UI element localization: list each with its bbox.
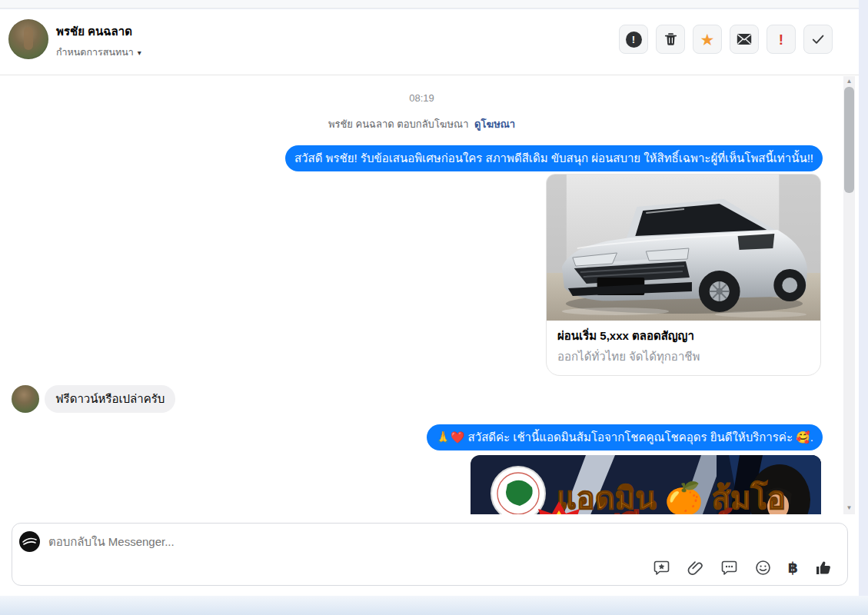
- saved-reply-button[interactable]: [653, 559, 670, 577]
- like-button[interactable]: [814, 558, 833, 577]
- reply-input[interactable]: [48, 535, 663, 548]
- scrollbar-thumb[interactable]: [844, 87, 854, 193]
- check-icon: [811, 32, 825, 46]
- comment-button[interactable]: [720, 559, 738, 577]
- smiley-icon: [754, 559, 772, 577]
- banner-subtitle-text: ฟรีดาวน์: [595, 508, 732, 514]
- attach-file-button[interactable]: [687, 559, 704, 577]
- thumbs-up-icon: [814, 558, 833, 577]
- conversation-toolbar: ! ★: [619, 25, 833, 54]
- incoming-message: ฟรีดาวน์หรือเปล่าครับ: [45, 385, 175, 413]
- report-button[interactable]: !: [619, 25, 648, 54]
- contact-avatar: [8, 19, 48, 59]
- emoji-button[interactable]: [754, 559, 772, 577]
- exclamation-icon: !: [779, 32, 783, 47]
- conversation-header: พรชัย คนฉลาด กำหนดการสนทนา ▾ ! ★: [0, 9, 859, 75]
- baht-icon: ฿: [788, 559, 798, 577]
- flag-important-button[interactable]: !: [767, 25, 796, 54]
- promo-image-attachment[interactable]: แอดมิน 🍊 ส้มโอ ฟรี ฟรีดาวน์: [471, 455, 821, 514]
- star-button[interactable]: ★: [693, 25, 722, 54]
- scroll-up-icon[interactable]: ▲: [843, 78, 855, 85]
- mark-done-button[interactable]: [803, 25, 833, 54]
- system-message: พรชัย คนฉลาด ตอบกลับโฆษณา ดูโฆษณา: [0, 116, 843, 132]
- view-ad-link[interactable]: ดูโฆษณา: [474, 118, 515, 130]
- car-photo: [547, 175, 820, 321]
- bottom-page-strip: [0, 596, 868, 615]
- bubble-dots-icon: [720, 559, 738, 577]
- reply-composer[interactable]: ฿: [12, 523, 848, 586]
- top-edge-strip: [0, 0, 859, 8]
- system-message-text: พรชัย คนฉลาด ตอบกลับโฆษณา: [328, 118, 469, 130]
- contact-avatar-small: [12, 385, 39, 413]
- outgoing-message: 🙏❤️ สวัสดีค่ะ เช้านี้แอดมินส้มโอจากโชคคู…: [427, 424, 823, 450]
- scrollbar-track[interactable]: ▲ ▼: [843, 76, 855, 514]
- schedule-dropdown[interactable]: กำหนดการสนทนา ▾: [56, 45, 141, 60]
- delete-button[interactable]: [656, 25, 685, 54]
- chevron-down-icon: ▾: [138, 48, 141, 57]
- promo-banner-image: แอดมิน 🍊 ส้มโอ ฟรี ฟรีดาวน์: [471, 455, 821, 514]
- paperclip-icon: [687, 559, 704, 577]
- card-caption: ผ่อนเริ่ม 5,xxx ตลอดสัญญา ออกได้ทั่วไทย …: [547, 321, 820, 375]
- timestamp: 08:19: [0, 92, 843, 104]
- conversation-window: พรชัย คนฉลาด กำหนดการสนทนา ▾ ! ★: [0, 0, 868, 615]
- star-icon: ★: [700, 32, 715, 48]
- page-logo-avatar: [19, 531, 40, 552]
- contact-name: พรชัย คนฉลาด: [56, 22, 132, 41]
- circle-exclamation-icon: !: [626, 32, 642, 48]
- chat-panel: พรชัย คนฉลาด กำหนดการสนทนา ▾ ! ★: [0, 9, 859, 596]
- message-list[interactable]: 08:19 พรชัย คนฉลาด ตอบกลับโฆษณา ดูโฆษณา …: [0, 76, 843, 514]
- mark-unread-button[interactable]: [730, 25, 759, 54]
- trash-icon: [663, 32, 678, 47]
- attachment-card[interactable]: ผ่อนเริ่ม 5,xxx ตลอดสัญญา ออกได้ทั่วไทย …: [546, 174, 821, 376]
- composer-actions: ฿: [653, 558, 833, 577]
- card-title: ผ่อนเริ่ม 5,xxx ตลอดสัญญา: [557, 327, 810, 345]
- schedule-label: กำหนดการสนทนา: [56, 45, 134, 60]
- payment-button[interactable]: ฿: [788, 559, 798, 577]
- card-subtitle: ออกได้ทั่วไทย จัดได้ทุกอาชีพ: [557, 347, 810, 366]
- scroll-down-icon[interactable]: ▼: [843, 504, 855, 511]
- outgoing-message: สวัสดี พรชัย! รับข้อเสนอพิเศษก่อนใคร สภา…: [285, 145, 823, 171]
- envelope-icon: [737, 33, 752, 45]
- bubble-star-icon: [653, 559, 670, 577]
